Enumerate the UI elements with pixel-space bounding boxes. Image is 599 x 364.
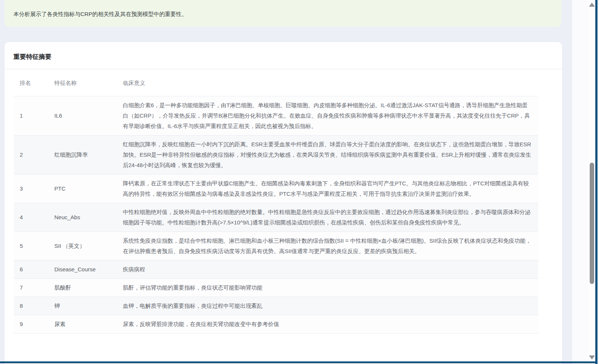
clinical-significance-cell: 尿素，反映肾脏排泄功能，在炎症相关肾功能改变中有参考价值 xyxy=(117,315,538,333)
table-row: 9 尿素 尿素，反映肾脏排泄功能，在炎症相关肾功能改变中有参考价值 xyxy=(14,315,538,333)
table-row: 2 红细胞沉降率 红细胞沉降率，反映红细胞在一小时内下沉的距离。ESR主要受血浆… xyxy=(14,135,538,175)
clinical-significance-cell: 白细胞介素6，是一种多功能细胞因子，由T淋巴细胞、单核细胞、巨噬细胞、内皮细胞等… xyxy=(117,96,538,135)
rank-cell: 3 xyxy=(14,175,48,203)
clinical-significance-cell: 系统性免疫炎症指数，是结合中性粒细胞、淋巴细胞和血小板三种细胞计数的综合指数(S… xyxy=(117,232,538,261)
table-row: 4 Neuc_Abs 中性粒细胞绝对值，反映外周血中中性粒细胞的绝对数量。中性粒… xyxy=(14,203,538,232)
rank-cell: 9 xyxy=(14,315,48,333)
scroll-up-icon[interactable] xyxy=(589,3,595,7)
table-row: 1 IL6 白细胞介素6，是一种多功能细胞因子，由T淋巴细胞、单核细胞、巨噬细胞… xyxy=(14,96,538,135)
feature-name-cell: Disease_Course xyxy=(48,261,117,279)
feature-name-cell: 钾 xyxy=(48,297,117,315)
header-feature-name: 特征名称 xyxy=(48,69,117,96)
feature-name-cell: IL6 xyxy=(48,96,117,135)
rank-cell: 8 xyxy=(14,297,48,315)
header-rank: 排名 xyxy=(14,69,48,96)
table-header-row: 排名 特征名称 临床意义 xyxy=(14,69,538,96)
table-row: 7 肌酸酐 肌酐，评估肾功能的重要指标，炎症状态可能影响肾功能 xyxy=(14,279,538,297)
rank-cell: 5 xyxy=(14,232,48,261)
feature-table: 排名 特征名称 临床意义 1 IL6 白细胞介素6，是一种多功能细胞因子，由T淋… xyxy=(14,69,538,333)
feature-summary-card: 重要特征摘要 排名 特征名称 临床意义 xyxy=(4,42,562,364)
clinical-significance-cell: 疾病病程 xyxy=(117,261,538,279)
feature-name-cell: Neuc_Abs xyxy=(48,203,117,232)
page-background: 本分析展示了各炎性指标与CRP的相关性及其在预测模型中的重要性。 重要特征摘要 … xyxy=(0,0,572,364)
feature-table-wrap: 排名 特征名称 临床意义 1 IL6 白细胞介素6，是一种多功能细胞因子，由T淋… xyxy=(4,69,562,333)
table-row: 3 PTC 降钙素原，在正常生理状态下主要由甲状腺C细胞产生。在细菌感染和内毒素… xyxy=(14,175,538,203)
table-row: 8 钾 血钾，电解质平衡的重要指标，炎症过程中可能出现紊乱 xyxy=(14,297,538,315)
scroll-down-icon[interactable] xyxy=(589,355,595,360)
feature-name-cell: PTC xyxy=(48,175,117,203)
rank-cell: 2 xyxy=(14,135,48,175)
clinical-significance-cell: 红细胞沉降率，反映红细胞在一小时内下沉的距离。ESR主要受血浆中纤维蛋白原、球蛋… xyxy=(117,135,538,175)
header-clinical-significance: 临床意义 xyxy=(117,69,538,96)
table-row: 6 Disease_Course 疾病病程 xyxy=(14,261,538,279)
rank-cell: 7 xyxy=(14,279,48,297)
clinical-significance-cell: 血钾，电解质平衡的重要指标，炎症过程中可能出现紊乱 xyxy=(117,297,538,315)
feature-name-cell: 红细胞沉降率 xyxy=(48,135,117,175)
rank-cell: 1 xyxy=(14,96,48,135)
feature-table-body: 1 IL6 白细胞介素6，是一种多功能细胞因子，由T淋巴细胞、单核细胞、巨噬细胞… xyxy=(14,96,538,333)
analysis-note-text: 本分析展示了各炎性指标与CRP的相关性及其在预测模型中的重要性。 xyxy=(13,11,187,18)
window-edge-right-outer xyxy=(598,0,599,364)
card-title: 重要特征摘要 xyxy=(13,52,553,61)
rank-cell: 6 xyxy=(14,261,48,279)
feature-name-cell: 尿素 xyxy=(48,315,117,333)
feature-name-cell: SII （英文） xyxy=(48,232,117,261)
scrollbar-thumb[interactable] xyxy=(590,163,594,284)
card-header: 重要特征摘要 xyxy=(4,42,562,69)
clinical-significance-cell: 中性粒细胞绝对值，反映外周血中中性粒细胞的绝对数量。中性粒细胞是急性炎症反应中的… xyxy=(117,203,538,232)
window-edge-bottom xyxy=(0,361,598,363)
clinical-significance-cell: 肌酐，评估肾功能的重要指标，炎症状态可能影响肾功能 xyxy=(117,279,538,297)
rank-cell: 4 xyxy=(14,203,48,232)
clinical-significance-cell: 降钙素原，在正常生理状态下主要由甲状腺C细胞产生。在细菌感染和内毒素刺激下，全身… xyxy=(117,175,538,203)
analysis-note-banner: 本分析展示了各炎性指标与CRP的相关性及其在预测模型中的重要性。 xyxy=(4,0,561,27)
feature-name-cell: 肌酸酐 xyxy=(48,279,117,297)
app-viewport: 本分析展示了各炎性指标与CRP的相关性及其在预测模型中的重要性。 重要特征摘要 … xyxy=(0,0,599,364)
vertical-scrollbar[interactable] xyxy=(588,0,595,364)
table-row: 5 SII （英文） 系统性免疫炎症指数，是结合中性粒细胞、淋巴细胞和血小板三种… xyxy=(14,232,538,261)
